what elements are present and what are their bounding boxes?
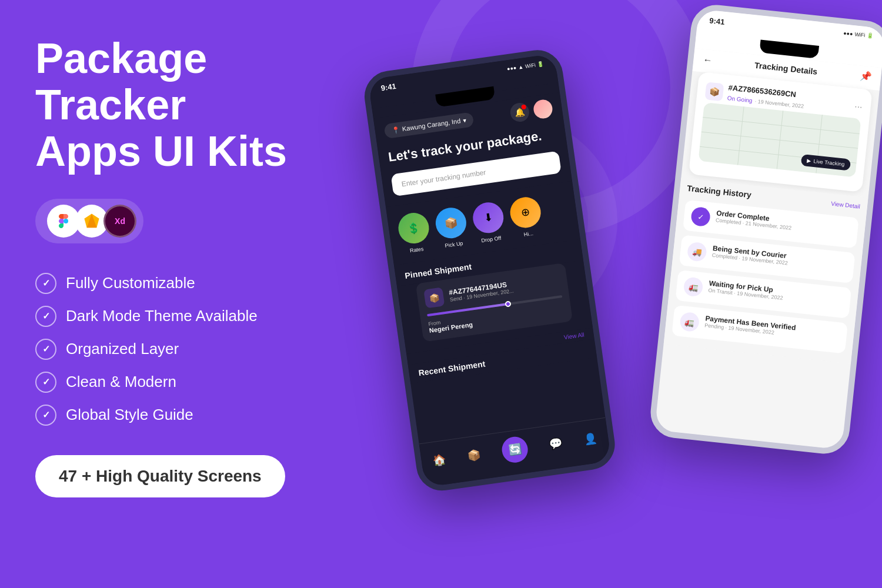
feature-item-5: Global Style Guide [35,405,306,426]
back-button[interactable]: ← [703,54,713,66]
chevron-icon: ▾ [462,116,467,124]
user-avatar[interactable] [532,98,553,119]
check-icon-5 [35,405,56,426]
view-detail-link[interactable]: View Detail [831,200,861,209]
live-icon: ▶ [807,158,811,164]
feature-text-5: Global Style Guide [66,406,193,424]
phone1-time: 9:41 [380,82,397,92]
notif-dot [521,105,526,110]
badge-text: 47 + High Quality Screens [59,467,262,485]
phone1-header-actions: 🔔 [509,98,554,123]
adobe-xd-icon: Xd [103,205,136,238]
phone1-status-icons: ●●●▲WiFi🔋 [506,61,544,72]
nav-profile[interactable]: 👤 [583,432,598,446]
nav-package[interactable]: 📦 [466,448,481,463]
tracking-details-title: Tracking Details [754,60,818,76]
shipment-details: #AZ776447194US Send · 19 November, 202..… [448,280,514,303]
rates-label: Rates [409,246,424,253]
more-label: Hi... [523,230,533,238]
check-icon-2 [35,306,56,327]
history-text-0: Order Complete Completed · 21 November, … [716,209,851,237]
history-status-3: Pending [704,322,724,330]
dots-menu[interactable]: ··· [854,101,863,112]
tracking-pkg-icon: 📦 [705,82,724,101]
more-icon: ⊕ [508,195,543,230]
svg-point-0 [64,219,68,223]
rates-icon: 💲 [396,211,431,246]
feature-text-3: Organized Layer [66,340,179,358]
phone2-time: 9:41 [709,16,725,26]
dropoff-icon: ⬇ [471,201,506,235]
history-text-1: Being Sent by Courier Completed · 19 Nov… [711,244,847,272]
pickup-label: Pick Up [445,240,463,249]
phone1-inner: 9:41 ●●●▲WiFi🔋 📍 Kawung Carang, Ind ▾ [368,54,612,487]
live-tracking-btn[interactable]: ▶ Live Tracking [801,154,851,171]
shipment-pkg-icon: 📦 [423,287,445,308]
history-text-3: Payment Has Been Verified Pending · 19 N… [704,314,840,342]
history-icon-complete: ✓ [690,206,711,227]
feature-text-2: Dark Mode Theme Available [66,307,258,325]
nav-home[interactable]: 🏠 [432,453,446,468]
location-badge: 📍 Kawung Carang, Ind ▾ [383,112,474,139]
feature-item-3: Organized Layer [35,339,306,360]
tools-row: Xd [35,199,143,243]
screens-badge: 47 + High Quality Screens [35,455,285,497]
title-line1: Package Tracker [35,35,207,128]
action-more[interactable]: ⊕ Hi... [508,195,544,239]
action-dropoff[interactable]: ⬇ Drop Off [471,201,507,245]
tracking-status: On Going [727,95,753,103]
tracking-date: 19 November, 2022 [757,99,804,109]
pickup-icon: 📦 [434,206,469,240]
feature-item-2: Dark Mode Theme Available [35,306,306,327]
phone2-status-icons: ●●●WiFi🔋 [843,30,874,39]
phone1-bottom-nav: 🏠 📦 🔄 💬 👤 [419,417,612,487]
action-pickup[interactable]: 📦 Pick Up [434,206,470,250]
history-text-2: Waiting for Pick Up On Transit · 19 Nove… [708,279,844,308]
feature-item-1: Fully Customizable [35,273,306,294]
progress-dot [505,300,512,307]
check-icon-1 [35,273,56,294]
nav-chat[interactable]: 💬 [549,437,563,452]
phone2-inner: 9:41 ●●●WiFi🔋 ← Tracking Details 📌 📦 [654,9,882,450]
notification-icon[interactable]: 🔔 [509,102,530,123]
history-icon-pickup: 🚛 [683,276,703,297]
dropoff-label: Drop Off [481,235,502,244]
location-text: Kawung Carang, Ind [402,117,461,132]
check-icon-4 [35,372,56,393]
history-icon-courier: 🚚 [687,242,707,262]
main-title: Package Tracker Apps UI Kits [35,35,306,175]
features-list: Fully Customizable Dark Mode Theme Avail… [35,273,306,426]
left-panel: Package Tracker Apps UI Kits Xd Fully Cu… [35,35,306,497]
history-title: Tracking History [687,183,752,199]
tracking-card: 📦 #AZ7866536269CN On Going · 19 November… [689,72,873,192]
nav-track[interactable]: 🔄 [500,435,530,465]
action-rates[interactable]: 💲 Rates [396,211,432,255]
check-icon-3 [35,339,56,360]
feature-text-1: Fully Customizable [66,274,195,292]
history-icon-payment: 🚛 [679,312,700,332]
search-placeholder: Enter your tracking number [401,168,486,188]
location-pin-icon: 📍 [391,125,400,134]
feature-text-4: Clean & Modern [66,373,176,391]
live-tracking-text: Live Tracking [813,158,845,167]
phone2-mockup: 9:41 ●●●WiFi🔋 ← Tracking Details 📌 📦 [648,2,882,456]
tracking-history-section: Tracking History View Detail ✓ Order Com… [664,178,868,364]
phone1-mockup: 9:41 ●●●▲WiFi🔋 📍 Kawung Carang, Ind ▾ [361,47,618,494]
phones-container: 9:41 ●●●▲WiFi🔋 📍 Kawung Carang, Ind ▾ [353,0,882,588]
title-line2: Apps UI Kits [35,128,287,175]
pin-icon[interactable]: 📌 [859,71,872,83]
feature-item-4: Clean & Modern [35,372,306,393]
